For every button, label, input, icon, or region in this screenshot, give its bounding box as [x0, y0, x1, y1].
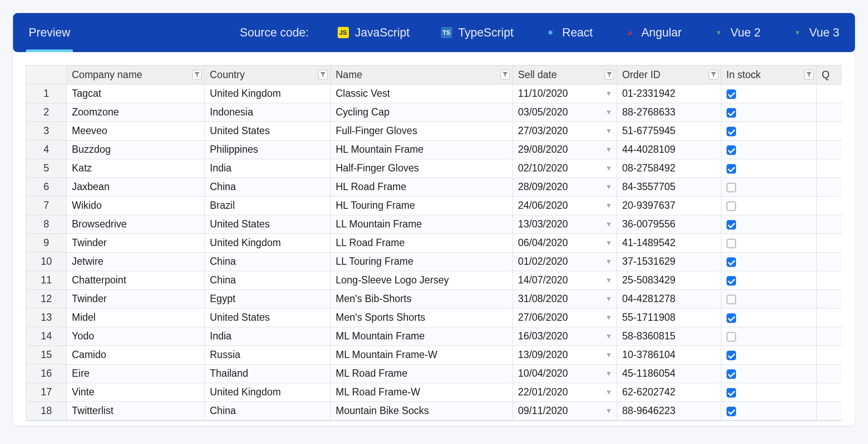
instock-cell[interactable] — [721, 215, 816, 234]
selldate-cell[interactable]: 14/07/2020▼ — [513, 271, 617, 289]
rownum-cell[interactable]: 6 — [26, 178, 66, 196]
instock-cell[interactable] — [721, 327, 816, 345]
qty-cell-cut[interactable] — [816, 308, 842, 327]
selldate-cell[interactable]: 06/04/2020▼ — [513, 234, 617, 252]
instock-checkbox[interactable] — [727, 276, 736, 286]
name-cell[interactable]: Cycling Cap — [330, 103, 513, 122]
rownum-cell[interactable]: 4 — [26, 140, 66, 159]
rownum-cell[interactable]: 7 — [26, 196, 66, 215]
instock-checkbox[interactable] — [727, 369, 736, 379]
instock-checkbox[interactable] — [727, 295, 736, 304]
orderid-cell[interactable]: 41-1489542 — [617, 234, 721, 252]
instock-checkbox[interactable] — [727, 164, 736, 174]
tab-react[interactable]: ⚛ React — [542, 13, 595, 52]
name-cell[interactable]: ML Mountain Frame-W — [330, 345, 513, 364]
qty-cell-cut[interactable] — [816, 364, 842, 383]
name-cell[interactable]: Classic Vest — [330, 84, 513, 103]
orderid-cell[interactable]: 55-1711908 — [617, 308, 721, 327]
qty-cell-cut[interactable] — [816, 84, 842, 103]
company-cell[interactable]: Eire — [66, 364, 204, 383]
header-company[interactable]: Company name — [66, 66, 204, 84]
orderid-cell[interactable]: 08-2758492 — [617, 159, 721, 178]
company-cell[interactable]: Jaxbean — [66, 178, 204, 196]
country-cell[interactable]: United Kingdom — [204, 234, 330, 252]
qty-cell-cut[interactable] — [816, 234, 842, 252]
rownum-cell[interactable]: 9 — [26, 234, 66, 252]
country-cell[interactable]: United States — [204, 308, 330, 327]
rownum-cell[interactable]: 15 — [26, 345, 66, 364]
instock-checkbox[interactable] — [727, 257, 736, 267]
name-cell[interactable]: Full-Finger Gloves — [330, 122, 513, 140]
name-cell[interactable]: HL Touring Frame — [330, 196, 513, 215]
instock-cell[interactable] — [721, 178, 816, 196]
instock-checkbox[interactable] — [727, 351, 736, 360]
company-cell[interactable]: Camido — [66, 345, 204, 364]
instock-cell[interactable] — [721, 252, 816, 271]
selldate-cell[interactable]: 03/05/2020▼ — [513, 103, 617, 122]
country-cell[interactable]: United States — [204, 215, 330, 234]
data-grid[interactable]: Company name Country Name — [26, 65, 842, 421]
orderid-cell[interactable]: 25-5083429 — [617, 271, 721, 289]
instock-cell[interactable] — [721, 383, 816, 401]
instock-cell[interactable] — [721, 196, 816, 215]
company-cell[interactable]: Vinte — [66, 383, 204, 401]
instock-cell[interactable] — [721, 271, 816, 289]
qty-cell-cut[interactable] — [816, 103, 842, 122]
company-cell[interactable]: Twinder — [66, 289, 204, 308]
tab-preview[interactable]: Preview — [26, 13, 73, 52]
country-cell[interactable]: Brazil — [204, 196, 330, 215]
qty-cell-cut[interactable] — [816, 327, 842, 345]
header-qty-cut[interactable]: Q — [816, 66, 842, 84]
company-cell[interactable]: Midel — [66, 308, 204, 327]
rownum-cell[interactable]: 1 — [26, 84, 66, 103]
name-cell[interactable]: ML Road Frame-W — [330, 383, 513, 401]
country-cell[interactable]: Russia — [204, 345, 330, 364]
header-name[interactable]: Name — [330, 66, 513, 84]
instock-cell[interactable] — [721, 308, 816, 327]
name-cell[interactable]: HL Mountain Frame — [330, 140, 513, 159]
rownum-cell[interactable]: 12 — [26, 289, 66, 308]
instock-cell[interactable] — [721, 401, 816, 420]
company-cell[interactable]: Browsedrive — [66, 215, 204, 234]
filter-orderid-button[interactable] — [709, 70, 718, 79]
instock-checkbox[interactable] — [727, 145, 736, 155]
instock-cell[interactable] — [721, 364, 816, 383]
instock-checkbox[interactable] — [727, 388, 736, 398]
instock-cell[interactable] — [721, 84, 816, 103]
filter-name-button[interactable] — [500, 70, 510, 79]
rownum-cell[interactable]: 18 — [26, 401, 66, 420]
qty-cell-cut[interactable] — [816, 196, 842, 215]
name-cell[interactable]: LL Touring Frame — [330, 252, 513, 271]
instock-checkbox[interactable] — [727, 108, 736, 118]
orderid-cell[interactable]: 01-2331942 — [617, 84, 721, 103]
country-cell[interactable]: United Kingdom — [204, 383, 330, 401]
orderid-cell[interactable]: 45-1186054 — [617, 364, 721, 383]
country-cell[interactable]: United States — [204, 122, 330, 140]
selldate-cell[interactable]: 27/06/2020▼ — [513, 308, 617, 327]
selldate-cell[interactable]: 22/01/2020▼ — [513, 383, 617, 401]
instock-cell[interactable] — [721, 122, 816, 140]
company-cell[interactable]: Chatterpoint — [66, 271, 204, 289]
orderid-cell[interactable]: 62-6202742 — [617, 383, 721, 401]
tab-angular[interactable]: ⊿ Angular — [621, 13, 684, 52]
tab-typescript[interactable]: TS TypeScript — [438, 13, 516, 52]
rownum-cell[interactable]: 8 — [26, 215, 66, 234]
selldate-cell[interactable]: 10/04/2020▼ — [513, 364, 617, 383]
company-cell[interactable]: Twitterlist — [66, 401, 204, 420]
header-selldate[interactable]: Sell date — [513, 66, 617, 84]
country-cell[interactable]: Philippines — [204, 140, 330, 159]
header-instock[interactable]: In stock — [721, 66, 816, 84]
selldate-cell[interactable]: 13/09/2020▼ — [513, 345, 617, 364]
instock-checkbox[interactable] — [727, 183, 736, 192]
instock-checkbox[interactable] — [727, 313, 736, 323]
instock-cell[interactable] — [721, 345, 816, 364]
rownum-cell[interactable]: 5 — [26, 159, 66, 178]
selldate-cell[interactable]: 02/10/2020▼ — [513, 159, 617, 178]
rownum-cell[interactable]: 11 — [26, 271, 66, 289]
qty-cell-cut[interactable] — [816, 252, 842, 271]
instock-checkbox[interactable] — [727, 407, 736, 416]
country-cell[interactable]: China — [204, 252, 330, 271]
selldate-cell[interactable]: 16/03/2020▼ — [513, 327, 617, 345]
instock-checkbox[interactable] — [727, 239, 736, 248]
instock-cell[interactable] — [721, 289, 816, 308]
